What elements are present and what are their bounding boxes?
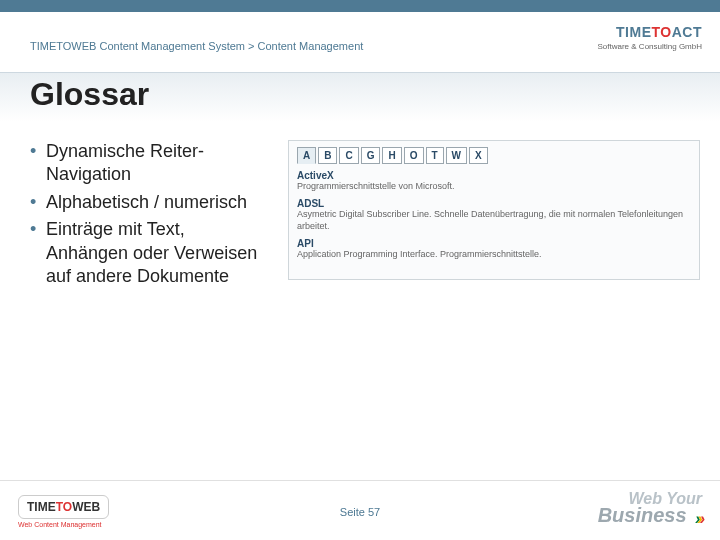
page-number: Seite 57 [340,506,380,518]
alpha-tab-a[interactable]: A [297,147,316,164]
top-accent-bar [0,0,720,12]
breadcrumb: TIMETOWEB Content Management System > Co… [30,40,363,52]
header: TIMETOWEB Content Management System > Co… [0,12,720,72]
alpha-tab-w[interactable]: W [446,147,467,164]
glossary-desc: Asymetric Digital Subscriber Line. Schne… [297,209,691,232]
glossary-entries: ActiveXProgrammierschnittstelle von Micr… [297,170,691,260]
alpha-tabs: ABCGHOTWX [297,147,691,164]
glossary-entry: APIApplication Programming Interface. Pr… [297,238,691,260]
page-title: Glossar [30,76,149,113]
alpha-tab-c[interactable]: C [339,147,358,164]
slogan-line2: Business [598,504,687,526]
alpha-tab-h[interactable]: H [382,147,401,164]
bullet-list: Dynamische Reiter-Navigation Alphabetisc… [30,140,270,470]
glossary-entry: ActiveXProgrammierschnittstelle von Micr… [297,170,691,192]
alpha-tab-x[interactable]: X [469,147,488,164]
logo-subtitle: Web Content Management [18,521,148,528]
glossary-term: ActiveX [297,170,691,181]
logo-part: ACT [672,24,702,40]
logo-part: TIME [27,500,56,514]
glossary-entry: ADSLAsymetric Digital Subscriber Line. S… [297,198,691,232]
alpha-tab-b[interactable]: B [318,147,337,164]
glossary-panel: ABCGHOTWX ActiveXProgrammierschnittstell… [288,140,700,280]
bullet-item: Dynamische Reiter-Navigation [30,140,270,187]
logo-webyourbusiness: Web Your Business ››› [598,491,702,526]
glossary-desc: Application Programming Interface. Progr… [297,249,691,260]
title-band: Glossar [0,72,720,122]
bullet-item: Alphabetisch / numerisch [30,191,270,214]
glossary-term: ADSL [297,198,691,209]
alpha-tab-t[interactable]: T [426,147,444,164]
glossary-desc: Programmierschnittstelle von Microsoft. [297,181,691,192]
alpha-tab-o[interactable]: O [404,147,424,164]
bullet-item: Einträge mit Text, Anhängen oder Verweis… [30,218,270,288]
logo-timetoweb: TIMETOWEB Web Content Management [18,495,148,528]
alpha-tab-g[interactable]: G [361,147,381,164]
logo-part: TIME [616,24,651,40]
logo-part: TO [56,500,72,514]
footer: TIMETOWEB Web Content Management Seite 5… [0,480,720,540]
logo-part: WEB [72,500,100,514]
glossary-term: API [297,238,691,249]
content-area: Dynamische Reiter-Navigation Alphabetisc… [30,140,700,470]
chevron-icon: ››› [695,511,702,526]
logo-timetoact: TIMETOACT Software & Consulting GmbH [567,24,702,72]
logo-part: TO [652,24,672,40]
logo-subtitle: Software & Consulting GmbH [567,42,702,51]
